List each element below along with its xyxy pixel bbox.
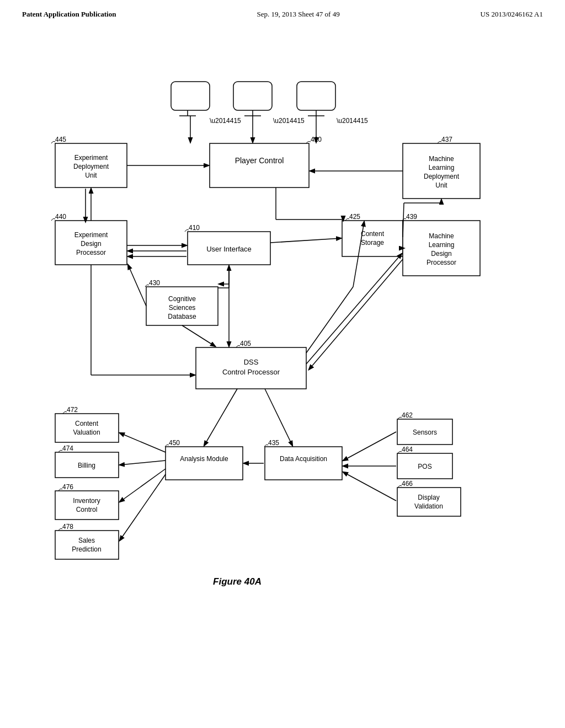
- analysis-module-box: [166, 447, 243, 480]
- ref-466: 466: [402, 480, 413, 488]
- content-valuation-label: Content: [75, 420, 99, 427]
- svg-line-60: [204, 389, 237, 446]
- svg-text:Learning: Learning: [429, 241, 455, 249]
- svg-text:\u2014415: \u2014415: [273, 117, 305, 125]
- ml-design-label: Machine: [429, 232, 454, 240]
- svg-line-52: [182, 325, 215, 346]
- data-acquisition-box: [265, 447, 342, 480]
- svg-rect-6: [297, 82, 335, 110]
- svg-text:\u2014415: \u2014415: [210, 117, 241, 125]
- page: Patent Application Publication Sep. 19, …: [0, 0, 565, 728]
- svg-text:Processor: Processor: [427, 259, 456, 266]
- svg-line-43: [270, 238, 341, 243]
- monitor-1: [171, 82, 210, 116]
- ref-462: 462: [402, 411, 413, 419]
- ref-410: 410: [189, 224, 200, 232]
- ref-437: 437: [441, 136, 452, 143]
- svg-text:\u2014415: \u2014415: [337, 117, 368, 125]
- dss-control-label1: DSS: [244, 358, 259, 366]
- svg-text:Deployment: Deployment: [73, 163, 109, 170]
- data-acquisition-label: Data Acquisition: [280, 455, 327, 463]
- analysis-module-label: Analysis Module: [180, 455, 228, 463]
- svg-text:Processor: Processor: [76, 249, 106, 256]
- svg-text:Storage: Storage: [361, 239, 384, 247]
- ref-478: 478: [62, 523, 73, 531]
- ref-450: 450: [169, 439, 180, 447]
- display-validation-box: [397, 488, 461, 516]
- svg-line-68: [120, 469, 166, 502]
- billing-label: Billing: [78, 462, 95, 469]
- ref-464: 464: [402, 446, 413, 453]
- pos-label: POS: [418, 463, 431, 470]
- svg-text:Deployment: Deployment: [424, 173, 460, 180]
- sales-prediction-label: Sales: [78, 537, 95, 544]
- ref-405: 405: [240, 340, 251, 347]
- header-right: US 2013/0246162 A1: [481, 10, 543, 19]
- display-validation-label2: Validation: [414, 502, 443, 510]
- dss-control-label2: Control Processor: [222, 368, 280, 376]
- inventory-control-box: [55, 491, 119, 520]
- header-left: Patent Application Publication: [22, 10, 116, 19]
- experiment-deployment-label: Experiment: [74, 154, 108, 162]
- ref-425: 425: [349, 213, 360, 221]
- ml-deployment-label: Machine: [429, 155, 454, 163]
- diagram: \u2014415 \u2014415 \u2014415 Player Con…: [0, 33, 565, 722]
- content-storage-label: Content: [361, 230, 385, 238]
- ref-430: 430: [149, 279, 160, 287]
- experiment-design-label: Experiment: [74, 231, 108, 239]
- cognitive-sciences-label: Cognitive: [168, 295, 196, 303]
- user-interface-label: User Interface: [206, 245, 252, 253]
- player-control-box: [210, 143, 309, 188]
- ref-476: 476: [62, 483, 73, 491]
- svg-line-57: [309, 259, 403, 370]
- content-valuation-box: [55, 414, 119, 442]
- monitor-3: [297, 82, 335, 116]
- svg-text:Learning: Learning: [429, 164, 455, 172]
- ref-445: 445: [55, 136, 66, 143]
- svg-line-56: [306, 254, 402, 364]
- svg-text:Unit: Unit: [85, 172, 97, 179]
- svg-text:Design: Design: [431, 250, 451, 258]
- sensors-label: Sensors: [413, 429, 437, 436]
- svg-rect-0: [171, 82, 210, 110]
- svg-text:Control: Control: [76, 506, 98, 513]
- header: Patent Application Publication Sep. 19, …: [0, 0, 565, 23]
- ref-440: 440: [55, 213, 66, 221]
- svg-line-63: [343, 432, 396, 461]
- svg-text:Sciences: Sciences: [169, 304, 196, 312]
- svg-line-69: [120, 474, 166, 540]
- svg-text:Unit: Unit: [435, 181, 447, 189]
- svg-rect-3: [233, 82, 272, 110]
- ref-439: 439: [406, 213, 417, 221]
- header-center: Sep. 19, 2013 Sheet 47 of 49: [257, 10, 339, 19]
- inventory-control-label: Inventory: [73, 497, 100, 505]
- svg-text:Valuation: Valuation: [73, 429, 100, 436]
- ref-435: 435: [268, 439, 279, 447]
- svg-line-61: [265, 389, 292, 446]
- monitor-2: [233, 82, 272, 116]
- svg-text:Design: Design: [81, 240, 101, 248]
- svg-line-66: [120, 433, 166, 452]
- svg-line-67: [120, 461, 166, 465]
- svg-line-54: [306, 287, 353, 353]
- svg-line-51: [128, 265, 146, 306]
- ref-474: 474: [62, 445, 73, 452]
- svg-line-65: [343, 472, 396, 501]
- display-validation-label1: Display: [418, 494, 439, 501]
- sales-prediction-box: [55, 531, 119, 559]
- figure-caption: Figure 40A: [213, 576, 262, 587]
- svg-text:Prediction: Prediction: [72, 545, 101, 553]
- player-control-label: Player Control: [235, 156, 284, 165]
- svg-text:Database: Database: [168, 313, 196, 320]
- ref-472: 472: [67, 406, 78, 414]
